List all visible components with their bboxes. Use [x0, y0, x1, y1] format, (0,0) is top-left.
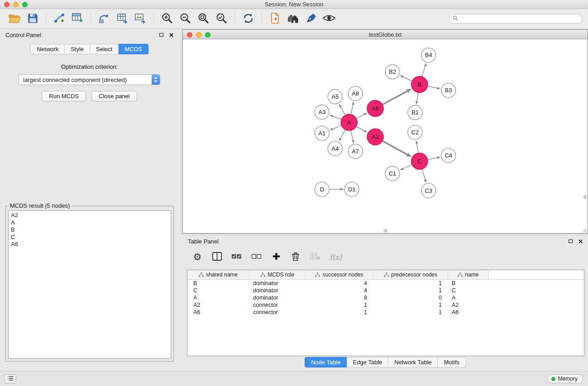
function-builder-button[interactable]: f(x): [330, 253, 342, 262]
graph-edge-A-A8[interactable]: [351, 105, 353, 114]
tab-motifs[interactable]: Motifs: [438, 357, 466, 367]
table-row[interactable]: Cdominator41C: [187, 287, 584, 294]
table-row[interactable]: A2connector11A2: [187, 301, 584, 309]
graph-edge-B-B1[interactable]: [417, 93, 418, 101]
run-mcds-button[interactable]: Run MCDS: [42, 91, 86, 101]
column-header-successor-nodes[interactable]: successor nodes: [306, 270, 373, 279]
resize-grip[interactable]: [582, 227, 587, 233]
network-minimize-button[interactable]: [196, 32, 201, 38]
graph-edge-arrowhead: [400, 75, 403, 78]
vertical-scroll-thumb[interactable]: [583, 195, 587, 199]
tab-edge-table[interactable]: Edge Table: [347, 357, 388, 367]
mcds-result-item[interactable]: A6: [11, 241, 168, 248]
zoom-fit-button[interactable]: [195, 11, 211, 27]
home-button[interactable]: [285, 11, 301, 27]
mcds-result-list[interactable]: A2ABCA6: [8, 210, 171, 359]
table-row[interactable]: Bdominator41B: [187, 280, 584, 287]
graph-edge-C-C1[interactable]: [403, 165, 411, 169]
graph-edge-C-C2[interactable]: [417, 144, 418, 153]
graph-edge-arrowhead: [340, 188, 344, 191]
tab-node-table[interactable]: Node Table: [305, 357, 347, 367]
mcds-result-item[interactable]: B: [11, 226, 168, 234]
graph-edge-A-A3[interactable]: [333, 116, 341, 119]
memory-button[interactable]: Memory: [547, 374, 583, 383]
graph-edge-B-B4[interactable]: [422, 66, 425, 76]
network-file-button[interactable]: [267, 11, 283, 27]
zoom-window-button[interactable]: [22, 2, 28, 7]
tab-select[interactable]: Select: [90, 44, 119, 54]
float-table-panel-button[interactable]: [569, 239, 573, 243]
show-panels-button[interactable]: [5, 374, 16, 383]
tab-mcds[interactable]: MCDS: [119, 44, 148, 54]
select-all-rows-button[interactable]: [231, 253, 242, 262]
column-header-predecessor-nodes[interactable]: predecessor nodes: [373, 270, 448, 279]
network-zoom-button[interactable]: [205, 32, 210, 38]
table-settings-button[interactable]: ⚙: [192, 253, 202, 262]
graph-edge-A2-C[interactable]: [383, 141, 407, 155]
annotation-button[interactable]: [303, 11, 319, 27]
open-session-button[interactable]: [6, 11, 23, 27]
table-row[interactable]: Adominator80A: [187, 294, 584, 301]
zoom-out-button[interactable]: [177, 11, 193, 27]
horizontal-scroll-thumb[interactable]: [383, 229, 387, 232]
graph-edge-arrowhead: [363, 113, 367, 115]
mcds-result-item[interactable]: A: [11, 219, 168, 226]
search-box[interactable]: [449, 14, 583, 24]
search-input[interactable]: [460, 16, 578, 22]
float-panel-button[interactable]: [159, 33, 163, 37]
delete-table-button[interactable]: [310, 253, 320, 262]
network-close-button[interactable]: [187, 32, 192, 38]
import-table-button[interactable]: [69, 11, 86, 27]
show-columns-button[interactable]: [212, 252, 222, 262]
criterion-dropdown[interactable]: largest connected component (directed): [19, 74, 160, 85]
graph-node-label: C: [417, 158, 421, 165]
zoom-selected-icon: [215, 12, 227, 25]
network-canvas[interactable]: B4B2BB3A5A8A6B1A3AC2A1A2A4A7C4CC1C3DD1: [183, 40, 588, 233]
graph-edge-B-B2[interactable]: [403, 77, 412, 81]
graph-edge-A-A7[interactable]: [351, 131, 353, 140]
memory-label: Memory: [558, 376, 578, 382]
close-table-panel-button[interactable]: [578, 239, 583, 243]
graph-edge-arrowhead: [416, 140, 418, 144]
tab-network-table[interactable]: Network Table: [388, 357, 438, 367]
column-header-shared-name[interactable]: shared name: [187, 270, 249, 279]
delete-column-button[interactable]: [291, 252, 301, 262]
save-session-button[interactable]: [24, 11, 41, 27]
houses-icon: [286, 13, 300, 25]
graph-edge-A-A4[interactable]: [340, 130, 345, 138]
column-header-name[interactable]: name: [448, 270, 489, 279]
export-image-button[interactable]: [132, 11, 148, 27]
table-panel: Table Panel ⚙: [182, 235, 588, 371]
toggle-visibility-button[interactable]: [321, 11, 337, 27]
graph-edge-A-A2[interactable]: [357, 127, 364, 131]
graph-edge-A-A5[interactable]: [340, 107, 345, 115]
tab-style[interactable]: Style: [65, 44, 90, 54]
close-window-button[interactable]: [4, 2, 10, 7]
graph-edge-A-A6[interactable]: [357, 114, 364, 119]
close-panel-action-button[interactable]: Close panel: [91, 91, 137, 101]
zoom-selected-button[interactable]: [213, 11, 229, 27]
graph-edge-A-A1[interactable]: [333, 126, 341, 129]
import-network-button[interactable]: [51, 11, 67, 27]
fx-icon: f(x): [330, 253, 342, 262]
close-panel-button[interactable]: [169, 33, 173, 37]
minimize-window-button[interactable]: [13, 2, 19, 7]
deselect-all-rows-button[interactable]: [251, 253, 262, 262]
graph-edge-A6-B[interactable]: [383, 91, 407, 104]
apply-layout-button[interactable]: [240, 11, 256, 27]
tab-network[interactable]: Network: [30, 44, 65, 54]
graph-edge-C-C4[interactable]: [428, 157, 437, 159]
save-floppy-icon: [28, 13, 38, 25]
mcds-result-item[interactable]: A2: [11, 212, 168, 219]
clone-network-button[interactable]: [96, 11, 112, 27]
graph-edge-B-B3[interactable]: [428, 86, 437, 88]
table-row[interactable]: A6connector11A6: [187, 309, 584, 316]
graph-node-label: B2: [389, 68, 396, 75]
new-table-button[interactable]: [114, 11, 130, 27]
mcds-result-item[interactable]: C: [11, 234, 168, 241]
column-header-MCDS-role[interactable]: MCDS role: [249, 270, 306, 279]
zoom-in-button[interactable]: [159, 11, 175, 27]
add-column-button[interactable]: [271, 252, 281, 262]
graph-node-label: B1: [411, 109, 419, 116]
graph-edge-C-C3[interactable]: [422, 169, 425, 179]
